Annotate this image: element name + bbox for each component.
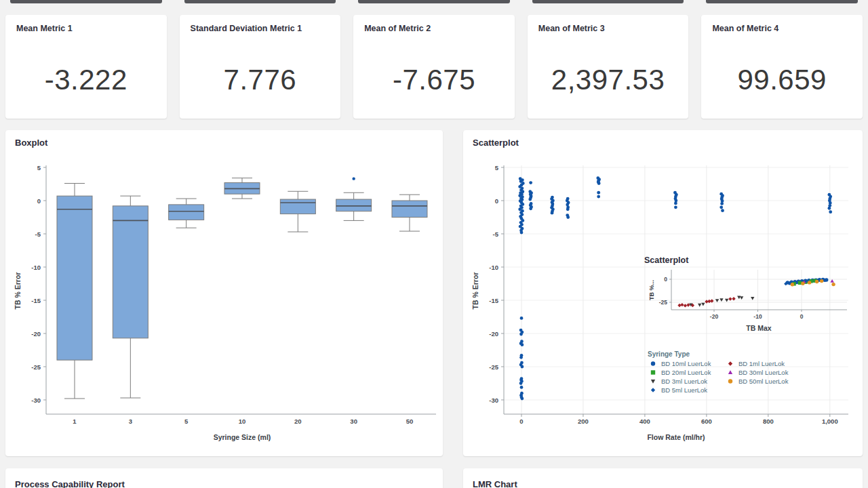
metric-card-title: Mean of Metric 2 xyxy=(364,24,508,33)
boxplot-panel[interactable]: Boxplot 50-5-10-15-20-25-3013510203050Sy… xyxy=(5,130,443,456)
process-capability-panel[interactable]: Process Capability Report xyxy=(5,468,443,488)
svg-text:-25: -25 xyxy=(659,299,668,306)
svg-text:5: 5 xyxy=(37,164,41,171)
svg-text:TB % Error: TB % Error xyxy=(471,272,479,310)
svg-text:BD 1ml LuerLok: BD 1ml LuerLok xyxy=(738,360,785,367)
metric-card-value: 99.659 xyxy=(701,64,863,96)
svg-text:20: 20 xyxy=(294,418,302,425)
svg-text:-25: -25 xyxy=(31,363,41,371)
svg-text:10: 10 xyxy=(239,418,246,425)
scrolled-card-edge xyxy=(706,0,858,3)
svg-text:200: 200 xyxy=(578,418,589,425)
boxplot-chart: 50-5-10-15-20-25-3013510203050Syringe Si… xyxy=(5,130,443,456)
scatterplot-panel[interactable]: Scatterplot 50-5-10-15-20-25-30020040060… xyxy=(463,130,863,456)
svg-text:600: 600 xyxy=(701,418,712,425)
metric-card-mean-metric-1[interactable]: Mean Metric 1 -3.222 xyxy=(5,15,167,119)
process-capability-panel-title: Process Capability Report xyxy=(15,479,125,488)
boxplot-boxes xyxy=(57,177,427,399)
metric-card-mean-metric-2[interactable]: Mean of Metric 2 -7.675 xyxy=(353,15,515,119)
svg-text:3: 3 xyxy=(129,418,132,425)
scatterplot-panel-title: Scatterplot xyxy=(473,138,519,148)
svg-text:0: 0 xyxy=(37,197,41,205)
svg-text:-15: -15 xyxy=(31,297,41,304)
svg-text:0: 0 xyxy=(800,313,804,320)
inset-series-bd-3ml-luerlok xyxy=(689,296,754,306)
metric-card-title: Mean of Metric 4 xyxy=(712,24,856,33)
svg-text:TB %...: TB %... xyxy=(648,280,655,300)
svg-text:400: 400 xyxy=(639,418,650,425)
lmr-chart-panel-title: LMR Chart xyxy=(473,479,517,488)
svg-text:TB % Error: TB % Error xyxy=(14,272,22,310)
svg-text:-30: -30 xyxy=(489,396,498,404)
svg-text:30: 30 xyxy=(350,418,357,425)
svg-text:-20: -20 xyxy=(489,330,498,338)
scrolled-card-edge xyxy=(532,0,684,3)
svg-text:800: 800 xyxy=(763,418,774,425)
scatterplot-chart: 50-5-10-15-20-25-3002004006008001,000Flo… xyxy=(463,130,863,456)
scrolled-card-edge xyxy=(184,0,336,3)
svg-text:BD 5ml LuerLok: BD 5ml LuerLok xyxy=(661,386,707,394)
svg-text:-5: -5 xyxy=(35,230,41,238)
svg-text:Syringe Size (ml): Syringe Size (ml) xyxy=(214,433,271,441)
svg-text:BD 3ml LuerLok: BD 3ml LuerLok xyxy=(661,378,707,385)
scrolled-card-edge xyxy=(358,0,510,3)
metric-card-value: -3.222 xyxy=(5,64,167,96)
svg-text:BD 10ml LuerLok: BD 10ml LuerLok xyxy=(661,360,711,367)
svg-text:BD 50ml LuerLok: BD 50ml LuerLok xyxy=(738,378,789,385)
dashboard-page: { "metric_cards": [ {"title": "Mean Metr… xyxy=(0,0,868,488)
boxplot-panel-title: Boxplot xyxy=(15,138,47,148)
svg-text:-25: -25 xyxy=(489,363,498,371)
metric-card-row: Mean Metric 1 -3.222 Standard Deviation … xyxy=(5,15,863,119)
svg-text:Syringe Type: Syringe Type xyxy=(648,350,690,358)
svg-text:1,000: 1,000 xyxy=(822,418,838,425)
metric-card-title: Standard Deviation Metric 1 xyxy=(191,24,334,33)
svg-text:BD 20ml LuerLok: BD 20ml LuerLok xyxy=(661,369,711,376)
svg-text:TB Max: TB Max xyxy=(746,324,772,332)
metric-card-std-dev-metric-1[interactable]: Standard Deviation Metric 1 7.776 xyxy=(180,15,341,119)
metric-card-mean-metric-4[interactable]: Mean of Metric 4 99.659 xyxy=(701,15,863,119)
svg-text:50: 50 xyxy=(406,418,414,425)
metric-card-value: 2,397.53 xyxy=(528,64,689,96)
svg-text:0: 0 xyxy=(519,418,523,425)
scrolled-card-edge xyxy=(10,0,162,3)
syringe-type-legend: Syringe TypeBD 10ml LuerLokBD 20ml LuerL… xyxy=(648,350,789,394)
svg-text:5: 5 xyxy=(495,164,499,171)
svg-text:0: 0 xyxy=(495,197,498,205)
metric-card-value: 7.776 xyxy=(180,64,341,96)
svg-text:-30: -30 xyxy=(31,396,41,404)
metric-card-title: Mean of Metric 3 xyxy=(538,24,682,33)
metric-card-value: -7.675 xyxy=(353,64,515,96)
metric-card-mean-metric-3[interactable]: Mean of Metric 3 2,397.53 xyxy=(528,15,689,119)
svg-text:Scatterplot: Scatterplot xyxy=(644,256,689,265)
svg-text:Flow Rate (ml/hr): Flow Rate (ml/hr) xyxy=(647,433,705,441)
svg-text:-10: -10 xyxy=(753,313,762,320)
svg-text:-15: -15 xyxy=(489,297,498,304)
svg-text:-20: -20 xyxy=(31,330,41,338)
svg-text:BD 30ml LuerLok: BD 30ml LuerLok xyxy=(738,369,789,376)
svg-text:-20: -20 xyxy=(710,313,719,320)
metric-card-title: Mean Metric 1 xyxy=(16,24,160,33)
svg-text:0: 0 xyxy=(664,276,667,283)
svg-text:1: 1 xyxy=(73,418,77,425)
svg-text:-10: -10 xyxy=(489,264,498,271)
svg-text:-10: -10 xyxy=(31,264,41,271)
svg-text:-5: -5 xyxy=(493,230,499,238)
lmr-chart-panel[interactable]: LMR Chart xyxy=(463,468,863,488)
scrolled-row-edges xyxy=(5,0,863,3)
svg-text:5: 5 xyxy=(184,418,189,425)
